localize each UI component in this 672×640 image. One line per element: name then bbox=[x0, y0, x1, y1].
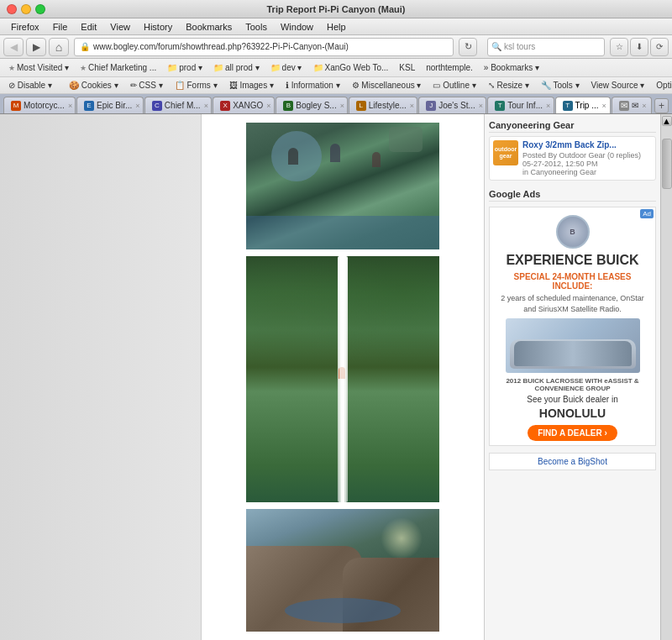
toolbar-tools[interactable]: 🔧 Tools ▾ bbox=[536, 79, 585, 92]
bookmark-ksl[interactable]: KSL bbox=[395, 62, 419, 73]
menu-window[interactable]: Window bbox=[275, 20, 319, 34]
ad-location-text: See your Buick dealer in bbox=[494, 395, 651, 404]
ad-city: HONOLULU bbox=[494, 407, 651, 420]
bookmark-northtemple[interactable]: northtemple. bbox=[422, 62, 477, 73]
rs-post-item[interactable]: outdoorgear Roxy 3/2mm Back Zip... Poste… bbox=[489, 136, 656, 181]
tab-bogley[interactable]: B Bogley S... × bbox=[276, 97, 348, 113]
menu-view[interactable]: View bbox=[104, 20, 136, 34]
ad-container: Ad B EXPERIENCE BUICK SPECIAL 24-MONTH L… bbox=[489, 207, 656, 446]
forward-button[interactable]: ▶ bbox=[26, 38, 46, 56]
rs-post-info: Roxy 3/2mm Back Zip... Posted By Outdoor… bbox=[522, 140, 641, 176]
tab-close-motorcyc[interactable]: × bbox=[68, 102, 72, 110]
rs-post-meta: Posted By Outdoor Gear (0 replies) 05-27… bbox=[522, 151, 641, 176]
tab-favicon-mail: ✉ bbox=[619, 101, 629, 111]
tab-trip[interactable]: T Trip ... × bbox=[555, 97, 612, 113]
scrollbar[interactable]: ▲ bbox=[660, 114, 672, 640]
photo-3[interactable] bbox=[246, 509, 439, 632]
close-button[interactable] bbox=[7, 4, 17, 14]
download-icon[interactable]: ⬇ bbox=[630, 38, 648, 56]
refresh-button[interactable]: ↻ bbox=[459, 38, 477, 56]
toolbar-viewsource[interactable]: View Source ▾ bbox=[586, 79, 650, 92]
bookmark-dev[interactable]: 📁 dev ▾ bbox=[266, 62, 307, 73]
maximize-button[interactable] bbox=[35, 4, 45, 14]
tab-close-bogley[interactable]: × bbox=[340, 102, 344, 110]
search-text[interactable]: ksl tours bbox=[504, 42, 535, 51]
menu-firefox[interactable]: Firefox bbox=[5, 20, 45, 34]
bookmark-icon[interactable]: ☆ bbox=[610, 38, 628, 56]
bookmark-all-prod[interactable]: 📁 all prod ▾ bbox=[209, 62, 264, 73]
menu-tools[interactable]: Tools bbox=[239, 20, 273, 34]
toolbar-bar: ⊘ Disable ▾ 🍪 Cookies ▾ ✏ CSS ▾ 📋 Forms … bbox=[0, 77, 672, 94]
main-content: Canyoneering Gear outdoorgear Roxy 3/2mm… bbox=[0, 114, 672, 640]
ad-special-label: SPECIAL 24-MONTH LEASES INCLUDE: bbox=[494, 272, 651, 291]
back-button[interactable]: ◀ bbox=[3, 38, 24, 56]
become-bigshot[interactable]: Become a BigShot bbox=[489, 453, 656, 470]
tab-close-mail[interactable]: × bbox=[642, 102, 646, 110]
photo-1[interactable] bbox=[246, 123, 439, 249]
tab-favicon-joes: J bbox=[426, 101, 436, 111]
toolbar-forms[interactable]: 📋 Forms ▾ bbox=[170, 79, 223, 92]
tab-close-tour[interactable]: × bbox=[546, 102, 550, 110]
tab-close-joes[interactable]: × bbox=[479, 102, 483, 110]
tab-tour-inf[interactable]: T Tour Inf... × bbox=[487, 97, 554, 113]
tab-chief-m[interactable]: C Chief M... × bbox=[144, 97, 212, 113]
menu-help[interactable]: Help bbox=[321, 20, 352, 34]
tab-close-lifestyle[interactable]: × bbox=[410, 102, 414, 110]
minimize-button[interactable] bbox=[21, 4, 31, 14]
menu-bookmarks[interactable]: Bookmarks bbox=[180, 20, 238, 34]
new-tab-button[interactable]: + bbox=[654, 98, 669, 113]
tab-favicon-bogley: B bbox=[283, 101, 293, 111]
address-bar[interactable]: 🔒 www.bogley.com/forum/showthread.php?63… bbox=[74, 38, 454, 56]
toolbar-outline[interactable]: ▭ Outline ▾ bbox=[428, 79, 480, 92]
tab-close-xango[interactable]: × bbox=[266, 102, 270, 110]
toolbar-images[interactable]: 🖼 Images ▾ bbox=[224, 79, 279, 92]
rs-post-title[interactable]: Roxy 3/2mm Back Zip... bbox=[522, 140, 641, 150]
toolbar-disable[interactable]: ⊘ Disable ▾ bbox=[3, 79, 57, 92]
tab-epic-bir[interactable]: E Epic Bir... × bbox=[76, 97, 144, 113]
sync-icon[interactable]: ⟳ bbox=[650, 38, 669, 56]
tab-favicon-lifestyle: L bbox=[356, 101, 366, 111]
tab-close-epic[interactable]: × bbox=[135, 102, 139, 110]
bookmark-more[interactable]: » Bookmarks ▾ bbox=[480, 62, 543, 73]
scroll-up-button[interactable]: ▲ bbox=[662, 116, 672, 126]
folder-icon: 📁 bbox=[270, 63, 281, 72]
ad-benefits: 2 years of scheduled maintenance, OnStar… bbox=[494, 293, 651, 314]
bookmark-most-visited[interactable]: ★ Most Visited ▾ bbox=[4, 62, 73, 73]
tab-bar: M Motorcyc... × E Epic Bir... × C Chief … bbox=[0, 94, 672, 114]
lock-icon: 🔒 bbox=[80, 42, 90, 51]
title-bar: Trip Report Pi-Pi Canyon (Maui) bbox=[0, 0, 672, 18]
window-controls[interactable] bbox=[7, 4, 45, 14]
photo-2[interactable] bbox=[246, 256, 439, 502]
address-text[interactable]: www.bogley.com/forum/showthread.php?6392… bbox=[93, 42, 349, 51]
tab-favicon-tour: T bbox=[495, 101, 505, 111]
toolbar-misc[interactable]: ⚙ Miscellaneous ▾ bbox=[347, 79, 427, 92]
tab-motorcyc[interactable]: M Motorcyc... × bbox=[3, 97, 76, 113]
tab-xango[interactable]: X XANGO × bbox=[213, 97, 275, 113]
folder-icon: 📁 bbox=[313, 63, 323, 72]
ad-cta-button[interactable]: FIND A DEALER › bbox=[528, 425, 617, 441]
bookmark-chief-marketing[interactable]: ★ Chief Marketing ... bbox=[76, 62, 160, 73]
bookmark-prod[interactable]: 📁 prod ▾ bbox=[163, 62, 207, 73]
search-engine-icon: 🔍 bbox=[491, 42, 501, 51]
tab-mail[interactable]: ✉ ✉ × bbox=[612, 97, 652, 113]
toolbar-options[interactable]: Options ▾ bbox=[651, 79, 672, 92]
menu-file[interactable]: File bbox=[47, 20, 74, 34]
toolbar-resize[interactable]: ⤡ Resize ▾ bbox=[483, 79, 534, 92]
toolbar-information[interactable]: ℹ Information ▾ bbox=[281, 79, 345, 92]
folder-icon: 📁 bbox=[213, 63, 223, 72]
search-bar[interactable]: 🔍 ksl tours bbox=[487, 38, 605, 56]
ad-badge: Ad bbox=[640, 209, 654, 218]
tab-close-trip[interactable]: × bbox=[602, 102, 606, 110]
star-icon: ★ bbox=[80, 64, 87, 72]
home-button[interactable]: ⌂ bbox=[49, 38, 69, 56]
center-content bbox=[202, 114, 484, 640]
menu-history[interactable]: History bbox=[138, 20, 178, 34]
tab-joes[interactable]: J Joe's St... × bbox=[418, 97, 486, 113]
scrollbar-thumb[interactable] bbox=[662, 139, 672, 189]
tab-close-chief[interactable]: × bbox=[204, 102, 208, 110]
menu-edit[interactable]: Edit bbox=[75, 20, 102, 34]
toolbar-cookies[interactable]: 🍪 Cookies ▾ bbox=[64, 79, 123, 92]
toolbar-css[interactable]: ✏ CSS ▾ bbox=[125, 79, 168, 92]
tab-lifestyle[interactable]: L Lifestyle... × bbox=[349, 97, 417, 113]
bookmark-xango[interactable]: 📁 XanGo Web To... bbox=[309, 62, 393, 73]
